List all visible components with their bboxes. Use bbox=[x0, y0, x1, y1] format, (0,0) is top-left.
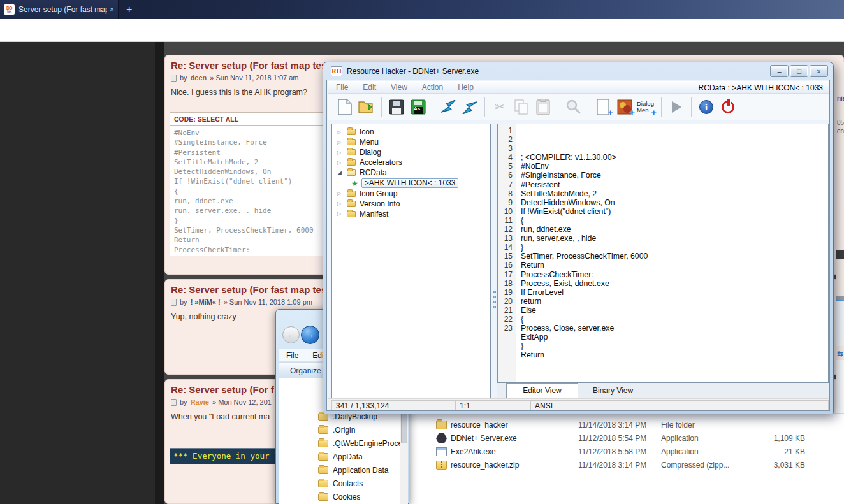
tree-item[interactable]: ★ Dialog bbox=[332, 147, 490, 157]
folder-row[interactable]: .Origin bbox=[279, 423, 397, 436]
add-image-button[interactable]: + bbox=[614, 96, 636, 118]
tree-item[interactable]: ★ >AHK WITH ICON< : 1033 bbox=[332, 178, 490, 188]
info-icon: i bbox=[699, 100, 713, 114]
file-name[interactable]: DDNet+ Server.exe bbox=[451, 434, 578, 443]
explorer-menu-file[interactable]: File bbox=[286, 351, 298, 361]
file-row[interactable]: resource_hacker 11/14/2018 3:14 PM File … bbox=[409, 419, 844, 431]
organize-button[interactable]: Organize bbox=[290, 366, 321, 375]
folder-row[interactable]: Application Data bbox=[279, 463, 397, 477]
tree-item-label[interactable]: Version Info bbox=[360, 199, 400, 208]
cut-button[interactable]: ✂ bbox=[489, 96, 511, 118]
tree-expand-icon[interactable] bbox=[337, 160, 347, 166]
new-file-button[interactable] bbox=[334, 96, 356, 118]
folder-name[interactable]: Contacts bbox=[333, 479, 363, 488]
code-line: DetectHiddenWindows, On bbox=[521, 198, 648, 207]
tree-expand-icon[interactable] bbox=[337, 191, 347, 196]
post-1-author-link[interactable]: deen bbox=[191, 74, 207, 82]
tree-item-label[interactable]: Icon Group bbox=[360, 189, 397, 198]
file-name[interactable]: resource_hacker bbox=[451, 421, 578, 429]
run-button[interactable] bbox=[666, 96, 687, 118]
tree-item-label[interactable]: Accelerators bbox=[360, 158, 402, 167]
tree-item[interactable]: ★ Version Info bbox=[332, 199, 490, 209]
add-resource-button[interactable]: + bbox=[592, 96, 614, 118]
tree-expand-icon[interactable] bbox=[337, 211, 347, 217]
tree-item[interactable]: ★ Accelerators bbox=[332, 157, 490, 168]
file-name[interactable]: resource_hacker.zip bbox=[451, 461, 578, 470]
tree-item-label[interactable]: RCData bbox=[360, 168, 387, 177]
folder-row[interactable]: Contacts bbox=[279, 477, 397, 490]
tree-item[interactable]: ★ RCData bbox=[332, 168, 490, 178]
tab-close-icon[interactable]: × bbox=[110, 5, 114, 14]
tree-expand-icon[interactable] bbox=[337, 129, 347, 135]
find-button[interactable] bbox=[562, 96, 584, 118]
post-1-title[interactable]: Re: Server setup (For fast map tes bbox=[171, 60, 326, 71]
tree-folder-icon bbox=[347, 149, 356, 155]
code-line: ExitApp bbox=[521, 333, 648, 342]
tree-expand-icon[interactable] bbox=[337, 201, 347, 206]
about-button[interactable]: i bbox=[695, 96, 717, 118]
tree-item-label[interactable]: >AHK WITH ICON< : 1033 bbox=[361, 178, 459, 188]
folder-name[interactable]: Application Data bbox=[333, 466, 388, 475]
folder-name[interactable]: .QtWebEngineProce bbox=[333, 439, 402, 448]
folder-row[interactable]: .QtWebEngineProce bbox=[279, 436, 397, 450]
post-2-title[interactable]: Re: Server setup (For fast map tes bbox=[171, 284, 326, 295]
rh-menu-view[interactable]: View bbox=[391, 83, 407, 93]
power-icon bbox=[722, 101, 734, 113]
rh-menu-file[interactable]: File bbox=[336, 83, 348, 93]
open-file-button[interactable] bbox=[356, 96, 377, 118]
exit-button[interactable] bbox=[717, 96, 739, 118]
folder-name[interactable]: Cookies bbox=[333, 493, 360, 501]
rh-menu-help[interactable]: Help bbox=[458, 83, 474, 93]
tree-expand-icon[interactable] bbox=[337, 169, 347, 176]
new-tab-button[interactable]: + bbox=[126, 3, 132, 16]
tab-editor-view[interactable]: Editor View bbox=[506, 383, 578, 398]
post-icon bbox=[171, 399, 177, 406]
folder-name[interactable]: AppData bbox=[333, 452, 363, 461]
rh-menu-action[interactable]: Action bbox=[422, 83, 443, 93]
dialog-menu-button[interactable]: DialogMen+ bbox=[636, 96, 657, 118]
file-row[interactable]: Exe2Ahk.exe 11/12/2018 5:58 PM Applicati… bbox=[409, 445, 844, 458]
tab-binary-view[interactable]: Binary View bbox=[593, 386, 633, 395]
folder-row[interactable]: Cookies bbox=[279, 490, 397, 503]
tree-expand-icon[interactable] bbox=[337, 150, 347, 155]
tree-item-label[interactable]: Icon bbox=[360, 127, 374, 136]
tree-item-label[interactable]: Menu bbox=[360, 138, 379, 147]
tree-item-label[interactable]: Dialog bbox=[360, 148, 381, 157]
paste-button[interactable] bbox=[532, 96, 554, 118]
file-row[interactable]: DDNet+ Server.exe 11/12/2018 5:54 PM App… bbox=[409, 432, 844, 445]
post-3-title[interactable]: Re: Server setup (For f bbox=[171, 384, 274, 395]
tree-item[interactable]: ★ Menu bbox=[332, 137, 490, 147]
tree-item-label[interactable]: Manifest bbox=[360, 210, 388, 219]
post-2-author-link[interactable]: ! »MíM« ! bbox=[191, 298, 221, 306]
forward-button[interactable]: → bbox=[301, 326, 319, 344]
decompile-button[interactable] bbox=[437, 96, 459, 118]
code-content[interactable]: #NoEnv #SingleInstance, Force #Persisten… bbox=[170, 126, 326, 255]
file-name[interactable]: Exe2Ahk.exe bbox=[451, 447, 578, 456]
close-button[interactable]: × bbox=[810, 65, 828, 77]
file-type: Application bbox=[661, 434, 758, 443]
code-select-all-link[interactable]: CODE: SELECT ALL bbox=[170, 113, 326, 126]
post-3-body: When you "Load current ma bbox=[171, 412, 270, 421]
tree-item[interactable]: ★ Manifest bbox=[332, 209, 490, 219]
rh-code-editor[interactable]: 1234567891011121314151617181920212223 ; … bbox=[497, 124, 829, 383]
compile-button[interactable] bbox=[459, 96, 481, 118]
tree-item[interactable]: ★ Icon Group bbox=[332, 189, 490, 199]
copy-button[interactable] bbox=[511, 96, 532, 118]
tree-item[interactable]: ★ Icon bbox=[332, 127, 490, 137]
splitter-grip[interactable] bbox=[493, 291, 496, 316]
tree-expand-icon[interactable] bbox=[337, 140, 347, 145]
line-number: 10 bbox=[498, 207, 513, 216]
folder-row[interactable]: AppData bbox=[279, 450, 397, 463]
save-button[interactable] bbox=[386, 96, 407, 118]
rh-menu-edit[interactable]: Edit bbox=[363, 83, 376, 93]
minimize-button[interactable]: – bbox=[770, 65, 789, 77]
code-lines[interactable]: ; <COMPILER: v1.1.30.00>#NoEnv#SingleIns… bbox=[521, 126, 648, 359]
maximize-button[interactable]: □ bbox=[790, 65, 808, 77]
back-button[interactable]: ← bbox=[282, 326, 300, 343]
folder-name[interactable]: .Origin bbox=[333, 426, 355, 435]
save-as-button[interactable]: As bbox=[407, 96, 429, 118]
rh-title-bar[interactable]: RH Resource Hacker - DDNet+ Server.exe bbox=[323, 62, 833, 80]
post-3-author-link[interactable]: Ravie bbox=[191, 398, 209, 406]
browser-tab[interactable]: DD Net Server setup (For fast map × bbox=[0, 0, 119, 19]
file-row[interactable]: resource_hacker.zip 11/14/2018 3:14 PM C… bbox=[409, 459, 844, 472]
